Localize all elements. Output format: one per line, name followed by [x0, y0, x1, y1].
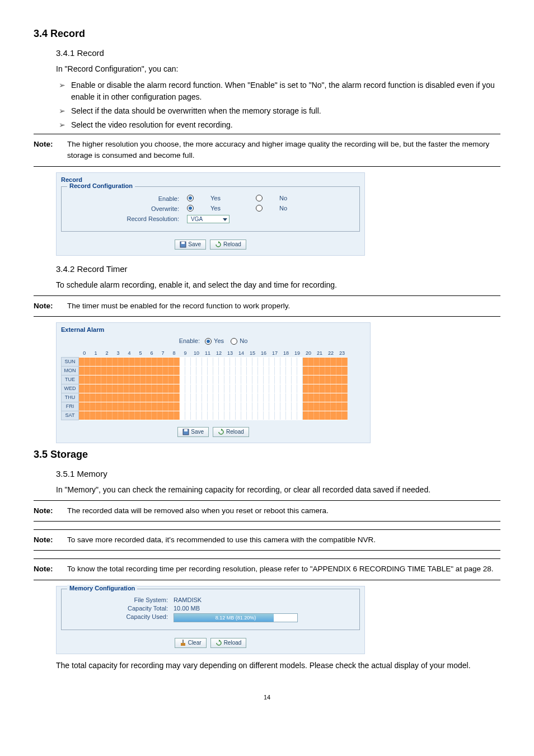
schedule-cell[interactable]	[124, 357, 135, 366]
schedule-cell[interactable]	[213, 411, 224, 420]
save-button[interactable]: Save	[175, 240, 206, 250]
schedule-cell[interactable]	[280, 384, 292, 393]
schedule-cell[interactable]	[269, 393, 280, 402]
schedule-cell[interactable]	[135, 402, 146, 411]
schedule-cell[interactable]	[247, 393, 258, 402]
schedule-cell[interactable]	[236, 384, 247, 393]
schedule-cell[interactable]	[213, 375, 224, 384]
schedule-cell[interactable]	[191, 375, 202, 384]
schedule-cell[interactable]	[213, 384, 224, 393]
schedule-cell[interactable]	[168, 366, 180, 375]
schedule-cell[interactable]	[135, 411, 146, 420]
schedule-cell[interactable]	[224, 393, 236, 402]
save-button[interactable]: Save	[177, 427, 209, 437]
schedule-cell[interactable]	[292, 402, 303, 411]
resolution-select[interactable]: VGA	[187, 215, 229, 223]
timer-enable-yes-radio[interactable]: Yes	[205, 337, 224, 344]
schedule-cell[interactable]	[135, 375, 146, 384]
schedule-cell[interactable]	[213, 402, 224, 411]
schedule-cell[interactable]	[258, 375, 269, 384]
schedule-cell[interactable]	[258, 393, 269, 402]
schedule-cell[interactable]	[213, 366, 224, 375]
schedule-cell[interactable]	[303, 366, 314, 375]
schedule-cell[interactable]	[325, 411, 336, 420]
schedule-cell[interactable]	[269, 402, 280, 411]
schedule-cell[interactable]	[236, 402, 247, 411]
schedule-cell[interactable]	[180, 375, 191, 384]
schedule-cell[interactable]	[146, 366, 157, 375]
schedule-cell[interactable]	[224, 402, 236, 411]
schedule-cell[interactable]	[236, 411, 247, 420]
schedule-cell[interactable]	[258, 402, 269, 411]
schedule-cell[interactable]	[79, 393, 91, 402]
schedule-cell[interactable]	[113, 411, 124, 420]
schedule-cell[interactable]	[101, 366, 113, 375]
schedule-cell[interactable]	[113, 375, 124, 384]
schedule-cell[interactable]	[269, 384, 280, 393]
schedule-cell[interactable]	[101, 375, 113, 384]
schedule-cell[interactable]	[213, 357, 224, 366]
schedule-cell[interactable]	[157, 411, 168, 420]
schedule-cell[interactable]	[168, 384, 180, 393]
schedule-cell[interactable]	[325, 366, 336, 375]
schedule-cell[interactable]	[314, 366, 325, 375]
schedule-cell[interactable]	[168, 357, 180, 366]
schedule-cell[interactable]	[292, 384, 303, 393]
schedule-cell[interactable]	[191, 366, 202, 375]
schedule-cell[interactable]	[79, 357, 91, 366]
reload-button[interactable]: Reload	[210, 240, 246, 250]
schedule-cell[interactable]	[292, 375, 303, 384]
schedule-cell[interactable]	[101, 384, 113, 393]
schedule-cell[interactable]	[325, 402, 336, 411]
schedule-cell[interactable]	[191, 357, 202, 366]
schedule-cell[interactable]	[314, 384, 325, 393]
schedule-cell[interactable]	[314, 411, 325, 420]
schedule-cell[interactable]	[236, 366, 247, 375]
schedule-cell[interactable]	[247, 375, 258, 384]
schedule-cell[interactable]	[113, 357, 124, 366]
schedule-cell[interactable]	[101, 393, 113, 402]
schedule-cell[interactable]	[146, 411, 157, 420]
schedule-cell[interactable]	[269, 375, 280, 384]
schedule-cell[interactable]	[157, 357, 168, 366]
overwrite-yes-radio[interactable]: Yes	[187, 205, 237, 212]
reload-button[interactable]: Reload	[210, 638, 247, 648]
schedule-cell[interactable]	[146, 357, 157, 366]
schedule-cell[interactable]	[224, 357, 236, 366]
schedule-cell[interactable]	[180, 402, 191, 411]
timer-enable-no-radio[interactable]: No	[231, 337, 247, 344]
schedule-cell[interactable]	[303, 402, 314, 411]
schedule-cell[interactable]	[191, 384, 202, 393]
schedule-cell[interactable]	[336, 375, 348, 384]
clear-button[interactable]: Clear	[175, 638, 207, 648]
schedule-cell[interactable]	[124, 375, 135, 384]
schedule-cell[interactable]	[135, 384, 146, 393]
schedule-cell[interactable]	[269, 411, 280, 420]
schedule-cell[interactable]	[247, 411, 258, 420]
schedule-cell[interactable]	[236, 393, 247, 402]
schedule-cell[interactable]	[168, 411, 180, 420]
schedule-cell[interactable]	[247, 366, 258, 375]
schedule-cell[interactable]	[336, 411, 348, 420]
schedule-cell[interactable]	[258, 366, 269, 375]
overwrite-no-radio[interactable]: No	[256, 205, 304, 212]
schedule-cell[interactable]	[90, 357, 101, 366]
schedule-cell[interactable]	[101, 402, 113, 411]
schedule-cell[interactable]	[224, 366, 236, 375]
schedule-cell[interactable]	[157, 393, 168, 402]
schedule-cell[interactable]	[113, 402, 124, 411]
schedule-cell[interactable]	[336, 384, 348, 393]
schedule-cell[interactable]	[191, 411, 202, 420]
schedule-cell[interactable]	[146, 393, 157, 402]
schedule-cell[interactable]	[280, 411, 292, 420]
schedule-cell[interactable]	[79, 411, 91, 420]
schedule-cell[interactable]	[168, 402, 180, 411]
schedule-cell[interactable]	[79, 366, 91, 375]
schedule-cell[interactable]	[202, 402, 213, 411]
schedule-cell[interactable]	[202, 393, 213, 402]
schedule-cell[interactable]	[135, 393, 146, 402]
schedule-cell[interactable]	[314, 375, 325, 384]
schedule-cell[interactable]	[157, 366, 168, 375]
schedule-cell[interactable]	[90, 366, 101, 375]
schedule-cell[interactable]	[146, 402, 157, 411]
